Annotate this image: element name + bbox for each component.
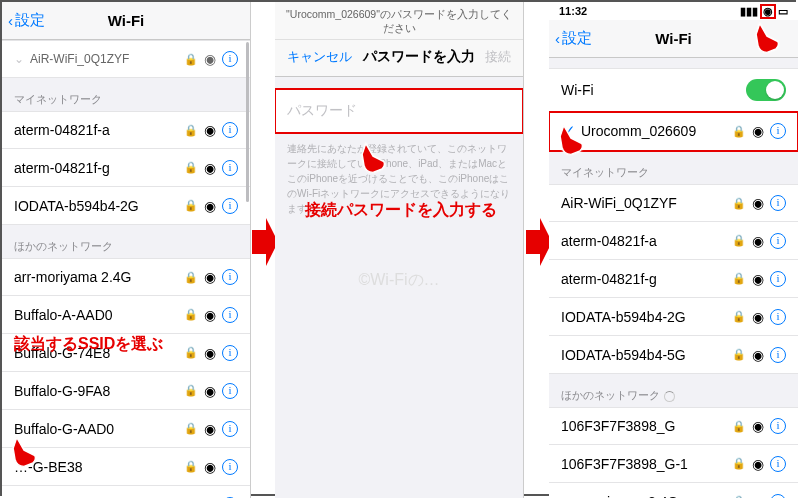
network-row[interactable]: Buffalo-A-AAD0🔒◉i	[2, 296, 250, 334]
wifi-toggle-row[interactable]: Wi-Fi	[549, 68, 798, 112]
network-row[interactable]: …-G-BE38🔒◉i	[2, 448, 250, 486]
info-icon[interactable]: i	[222, 307, 238, 323]
connected-network-row[interactable]: ✓ Urocomm_026609 🔒◉i	[549, 112, 798, 151]
network-row[interactable]: aterm-04821f-a🔒◉i	[2, 111, 250, 149]
info-icon[interactable]: i	[222, 51, 238, 67]
other-networks-list: 106F3F7F3898_G🔒◉i106F3F7F3898_G-1🔒◉iarr-…	[549, 407, 798, 498]
back-label: 設定	[562, 29, 592, 48]
lock-icon: 🔒	[184, 124, 198, 137]
info-icon[interactable]: i	[222, 122, 238, 138]
back-button[interactable]: ‹ 設定	[555, 29, 592, 48]
network-ssid: aterm-04821f-a	[14, 122, 184, 138]
network-ssid: 106F3F7F3898_G	[561, 418, 732, 434]
network-row[interactable]: Buffalo-G-AAD0🔒◉i	[2, 410, 250, 448]
network-row[interactable]: aterm-04821f-g🔒◉i	[2, 149, 250, 187]
connected-network-row[interactable]: ⌄ AiR-WiFi_0Q1ZYF 🔒◉i	[2, 40, 250, 78]
network-row[interactable]: iX500-A…YCF04186🔒◉i	[2, 486, 250, 498]
lock-icon: 🔒	[184, 384, 198, 397]
info-icon[interactable]: i	[770, 309, 786, 325]
my-networks-list: aterm-04821f-a🔒◉iaterm-04821f-g🔒◉iIODATA…	[2, 111, 250, 225]
my-networks-list: AiR-WiFi_0Q1ZYF🔒◉iaterm-04821f-a🔒◉iaterm…	[549, 184, 798, 374]
back-button[interactable]: ‹ 設定	[8, 11, 45, 30]
info-icon[interactable]: i	[222, 421, 238, 437]
info-icon[interactable]: i	[222, 459, 238, 475]
info-icon[interactable]: i	[222, 497, 238, 499]
info-icon[interactable]: i	[222, 383, 238, 399]
lock-icon: 🔒	[184, 161, 198, 174]
scrollbar[interactable]	[246, 42, 249, 202]
info-icon[interactable]: i	[770, 123, 786, 139]
other-networks-list: arr-moriyama 2.4G🔒◉iBuffalo-A-AAD0🔒◉iBuf…	[2, 258, 250, 498]
wifi-icon: ◉	[752, 456, 764, 472]
network-row[interactable]: IODATA-b594b4-2G🔒◉i	[549, 298, 798, 336]
wifi-icon: ◉	[204, 459, 216, 475]
lock-icon: 🔒	[732, 495, 746, 498]
network-row[interactable]: aterm-04821f-a🔒◉i	[549, 222, 798, 260]
network-ssid: AiR-WiFi_0Q1ZYF	[30, 52, 184, 66]
network-row[interactable]: AiR-WiFi_0Q1ZYF🔒◉i	[549, 184, 798, 222]
toggle-switch[interactable]	[746, 79, 786, 101]
network-ssid: Buffalo-G-AAD0	[14, 421, 184, 437]
cancel-button[interactable]: キャンセル	[287, 48, 352, 66]
network-ssid: arr-moriyama 2.4G	[561, 494, 732, 499]
screen-password-dialog: "Urocomm_026609"のパスワードを入力してください キャンセル パス…	[275, 2, 524, 498]
network-row[interactable]: arr-moriyama 2.4G🔒◉i	[549, 483, 798, 498]
check-icon: ✓	[561, 122, 577, 140]
network-row[interactable]: 106F3F7F3898_G-1🔒◉i	[549, 445, 798, 483]
info-icon[interactable]: i	[770, 233, 786, 249]
lock-icon: 🔒	[184, 346, 198, 359]
network-ssid: AiR-WiFi_0Q1ZYF	[561, 195, 732, 211]
lock-icon: 🔒	[184, 308, 198, 321]
network-row[interactable]: IODATA-b594b4-5G🔒◉i	[549, 336, 798, 374]
network-row[interactable]: IODATA-b594b4-2G🔒◉i	[2, 187, 250, 225]
network-row[interactable]: arr-moriyama 2.4G🔒◉i	[2, 258, 250, 296]
wifi-icon: ◉	[752, 494, 764, 499]
connect-button[interactable]: 接続	[485, 48, 511, 66]
network-row[interactable]: Buffalo-G-9FA8🔒◉i	[2, 372, 250, 410]
info-icon[interactable]: i	[770, 494, 786, 499]
lock-icon: 🔒	[184, 422, 198, 435]
network-row[interactable]: aterm-04821f-g🔒◉i	[549, 260, 798, 298]
info-icon[interactable]: i	[222, 160, 238, 176]
dialog-title: パスワードを入力	[363, 48, 475, 66]
lock-icon: 🔒	[184, 199, 198, 212]
info-icon[interactable]: i	[770, 195, 786, 211]
password-input[interactable]: パスワード	[275, 89, 523, 133]
wifi-icon: ◉	[752, 309, 764, 325]
wifi-icon: ◉	[204, 198, 216, 214]
info-icon[interactable]: i	[770, 456, 786, 472]
network-row[interactable]: 106F3F7F3898_G🔒◉i	[549, 407, 798, 445]
network-row[interactable]: Buffalo-G-74E8🔒◉i	[2, 334, 250, 372]
wifi-status-icon: ◉	[761, 5, 775, 18]
lock-icon: 🔒	[732, 310, 746, 323]
info-icon[interactable]: i	[770, 347, 786, 363]
info-icon[interactable]: i	[770, 418, 786, 434]
network-ssid: Urocomm_026609	[577, 123, 732, 139]
section-other-networks: ほかのネットワーク	[2, 225, 250, 258]
network-ssid: iX500-A…YCF04186	[14, 497, 184, 499]
navbar: ‹ 設定 Wi-Fi	[2, 2, 250, 40]
info-icon[interactable]: i	[770, 271, 786, 287]
network-ssid: IODATA-b594b4-2G	[14, 198, 184, 214]
lock-icon: 🔒	[184, 460, 198, 473]
info-icon[interactable]: i	[222, 198, 238, 214]
wifi-icon: ◉	[752, 123, 764, 139]
lock-icon: 🔒	[732, 420, 746, 433]
lock-icon: 🔒	[732, 234, 746, 247]
status-time: 11:32	[559, 5, 587, 17]
network-ssid: …-G-BE38	[14, 459, 184, 475]
wifi-icon: ◉	[204, 122, 216, 138]
page-title: Wi-Fi	[655, 30, 692, 47]
screen-wifi-connected: 11:32 ▮▮▮ ◉ ▭ ‹ 設定 Wi-Fi Wi-Fi ✓ Urocomm…	[549, 2, 798, 498]
lock-icon: 🔒	[732, 125, 746, 138]
info-icon[interactable]: i	[222, 345, 238, 361]
network-ssid: arr-moriyama 2.4G	[14, 269, 184, 285]
lock-icon: 🔒	[732, 457, 746, 470]
section-my-networks: マイネットワーク	[549, 151, 798, 184]
wifi-icon: ◉	[204, 269, 216, 285]
spinner-icon	[664, 391, 675, 402]
dialog-prompt: "Urocomm_026609"のパスワードを入力してください	[275, 2, 523, 40]
info-icon[interactable]: i	[222, 269, 238, 285]
section-my-networks: マイネットワーク	[2, 78, 250, 111]
lock-icon: 🔒	[732, 348, 746, 361]
